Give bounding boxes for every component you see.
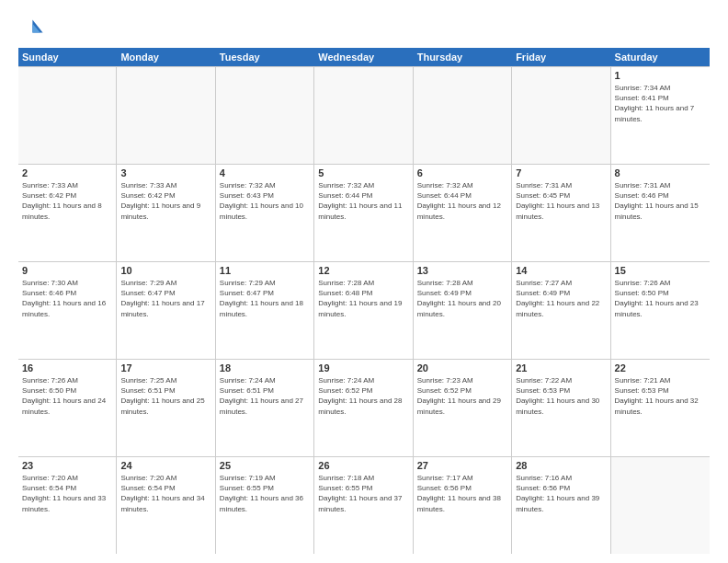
day-number: 21 — [516, 362, 606, 373]
calendar-cell — [512, 67, 610, 164]
day-info: Sunrise: 7:20 AM Sunset: 6:54 PM Dayligh… — [22, 473, 112, 514]
calendar-cell: 10Sunrise: 7:29 AM Sunset: 6:47 PM Dayli… — [117, 262, 215, 359]
day-number: 16 — [22, 362, 112, 373]
day-number: 10 — [120, 265, 210, 276]
calendar-body: 1Sunrise: 7:34 AM Sunset: 6:41 PM Daylig… — [18, 66, 710, 554]
calendar-cell: 22Sunrise: 7:21 AM Sunset: 6:53 PM Dayli… — [611, 360, 710, 456]
calendar-cell: 12Sunrise: 7:28 AM Sunset: 6:48 PM Dayli… — [314, 262, 413, 359]
calendar-cell: 8Sunrise: 7:31 AM Sunset: 6:46 PM Daylig… — [611, 165, 710, 261]
day-number: 1 — [615, 70, 706, 81]
calendar-row-1: 1Sunrise: 7:34 AM Sunset: 6:41 PM Daylig… — [18, 67, 710, 165]
header — [18, 15, 710, 40]
weekday-header-saturday: Saturday — [611, 48, 710, 66]
calendar-cell: 23Sunrise: 7:20 AM Sunset: 6:54 PM Dayli… — [18, 457, 117, 554]
calendar-cell: 16Sunrise: 7:26 AM Sunset: 6:50 PM Dayli… — [18, 360, 117, 456]
weekday-header-wednesday: Wednesday — [314, 48, 413, 66]
day-info: Sunrise: 7:32 AM Sunset: 6:43 PM Dayligh… — [220, 180, 310, 222]
day-info: Sunrise: 7:33 AM Sunset: 6:42 PM Dayligh… — [22, 180, 112, 222]
day-info: Sunrise: 7:18 AM Sunset: 6:55 PM Dayligh… — [318, 473, 408, 514]
calendar-cell: 21Sunrise: 7:22 AM Sunset: 6:53 PM Dayli… — [512, 360, 610, 456]
day-number: 17 — [120, 362, 210, 373]
calendar-cell: 6Sunrise: 7:32 AM Sunset: 6:44 PM Daylig… — [414, 165, 512, 261]
calendar-row-5: 23Sunrise: 7:20 AM Sunset: 6:54 PM Dayli… — [18, 457, 710, 554]
day-info: Sunrise: 7:28 AM Sunset: 6:49 PM Dayligh… — [417, 278, 507, 319]
logo-icon — [18, 15, 44, 40]
calendar-cell — [216, 67, 314, 164]
calendar-cell: 11Sunrise: 7:29 AM Sunset: 6:47 PM Dayli… — [216, 262, 314, 359]
day-number: 5 — [318, 167, 408, 178]
calendar: SundayMondayTuesdayWednesdayThursdayFrid… — [18, 48, 710, 554]
day-number: 11 — [220, 265, 310, 276]
day-number: 19 — [318, 362, 408, 373]
day-info: Sunrise: 7:29 AM Sunset: 6:47 PM Dayligh… — [220, 278, 310, 319]
day-number: 3 — [120, 167, 210, 178]
day-number: 27 — [417, 460, 507, 471]
day-info: Sunrise: 7:31 AM Sunset: 6:46 PM Dayligh… — [615, 180, 706, 222]
calendar-row-2: 2Sunrise: 7:33 AM Sunset: 6:42 PM Daylig… — [18, 165, 710, 262]
calendar-cell: 5Sunrise: 7:32 AM Sunset: 6:44 PM Daylig… — [314, 165, 413, 261]
calendar-row-3: 9Sunrise: 7:30 AM Sunset: 6:46 PM Daylig… — [18, 262, 710, 360]
day-info: Sunrise: 7:32 AM Sunset: 6:44 PM Dayligh… — [318, 180, 408, 222]
day-info: Sunrise: 7:24 AM Sunset: 6:51 PM Dayligh… — [220, 375, 310, 417]
calendar-cell: 17Sunrise: 7:25 AM Sunset: 6:51 PM Dayli… — [117, 360, 215, 456]
day-number: 6 — [417, 167, 507, 178]
day-info: Sunrise: 7:28 AM Sunset: 6:48 PM Dayligh… — [318, 278, 408, 319]
calendar-cell: 24Sunrise: 7:20 AM Sunset: 6:54 PM Dayli… — [117, 457, 215, 554]
calendar-cell — [611, 457, 710, 554]
day-info: Sunrise: 7:24 AM Sunset: 6:52 PM Dayligh… — [318, 375, 408, 417]
logo — [18, 15, 48, 40]
calendar-cell: 27Sunrise: 7:17 AM Sunset: 6:56 PM Dayli… — [414, 457, 512, 554]
calendar-cell: 26Sunrise: 7:18 AM Sunset: 6:55 PM Dayli… — [314, 457, 413, 554]
weekday-header-friday: Friday — [512, 48, 610, 66]
calendar-cell: 13Sunrise: 7:28 AM Sunset: 6:49 PM Dayli… — [414, 262, 512, 359]
day-info: Sunrise: 7:33 AM Sunset: 6:42 PM Dayligh… — [120, 180, 210, 222]
calendar-cell: 4Sunrise: 7:32 AM Sunset: 6:43 PM Daylig… — [216, 165, 314, 261]
calendar-cell — [314, 67, 413, 164]
day-info: Sunrise: 7:19 AM Sunset: 6:55 PM Dayligh… — [220, 473, 310, 514]
day-info: Sunrise: 7:17 AM Sunset: 6:56 PM Dayligh… — [417, 473, 507, 514]
day-info: Sunrise: 7:32 AM Sunset: 6:44 PM Dayligh… — [417, 180, 507, 222]
calendar-cell — [414, 67, 512, 164]
day-number: 15 — [615, 265, 706, 276]
day-number: 26 — [318, 460, 408, 471]
calendar-cell: 7Sunrise: 7:31 AM Sunset: 6:45 PM Daylig… — [512, 165, 610, 261]
day-number: 2 — [22, 167, 112, 178]
calendar-cell: 28Sunrise: 7:16 AM Sunset: 6:56 PM Dayli… — [512, 457, 610, 554]
day-info: Sunrise: 7:21 AM Sunset: 6:53 PM Dayligh… — [615, 375, 706, 417]
day-info: Sunrise: 7:25 AM Sunset: 6:51 PM Dayligh… — [120, 375, 210, 417]
day-number: 18 — [220, 362, 310, 373]
calendar-cell: 3Sunrise: 7:33 AM Sunset: 6:42 PM Daylig… — [117, 165, 215, 261]
day-info: Sunrise: 7:30 AM Sunset: 6:46 PM Dayligh… — [22, 278, 112, 319]
day-number: 22 — [615, 362, 706, 373]
calendar-cell: 9Sunrise: 7:30 AM Sunset: 6:46 PM Daylig… — [18, 262, 117, 359]
page: SundayMondayTuesdayWednesdayThursdayFrid… — [0, 0, 728, 563]
calendar-cell: 25Sunrise: 7:19 AM Sunset: 6:55 PM Dayli… — [216, 457, 314, 554]
day-number: 28 — [516, 460, 606, 471]
weekday-header-monday: Monday — [117, 48, 215, 66]
calendar-row-4: 16Sunrise: 7:26 AM Sunset: 6:50 PM Dayli… — [18, 360, 710, 457]
day-number: 25 — [220, 460, 310, 471]
day-number: 8 — [615, 167, 706, 178]
calendar-cell — [117, 67, 215, 164]
day-number: 9 — [22, 265, 112, 276]
day-info: Sunrise: 7:27 AM Sunset: 6:49 PM Dayligh… — [516, 278, 606, 319]
day-number: 12 — [318, 265, 408, 276]
day-info: Sunrise: 7:34 AM Sunset: 6:41 PM Dayligh… — [615, 83, 706, 124]
calendar-header: SundayMondayTuesdayWednesdayThursdayFrid… — [18, 48, 710, 66]
day-number: 20 — [417, 362, 507, 373]
weekday-header-thursday: Thursday — [414, 48, 512, 66]
day-number: 13 — [417, 265, 507, 276]
day-number: 14 — [516, 265, 606, 276]
day-info: Sunrise: 7:16 AM Sunset: 6:56 PM Dayligh… — [516, 473, 606, 514]
calendar-cell: 20Sunrise: 7:23 AM Sunset: 6:52 PM Dayli… — [414, 360, 512, 456]
calendar-cell: 14Sunrise: 7:27 AM Sunset: 6:49 PM Dayli… — [512, 262, 610, 359]
day-info: Sunrise: 7:29 AM Sunset: 6:47 PM Dayligh… — [120, 278, 210, 319]
calendar-cell: 18Sunrise: 7:24 AM Sunset: 6:51 PM Dayli… — [216, 360, 314, 456]
day-number: 23 — [22, 460, 112, 471]
day-info: Sunrise: 7:26 AM Sunset: 6:50 PM Dayligh… — [615, 278, 706, 319]
weekday-header-sunday: Sunday — [18, 48, 117, 66]
day-info: Sunrise: 7:20 AM Sunset: 6:54 PM Dayligh… — [120, 473, 210, 514]
calendar-cell: 1Sunrise: 7:34 AM Sunset: 6:41 PM Daylig… — [611, 67, 710, 164]
calendar-cell — [18, 67, 117, 164]
calendar-cell: 2Sunrise: 7:33 AM Sunset: 6:42 PM Daylig… — [18, 165, 117, 261]
